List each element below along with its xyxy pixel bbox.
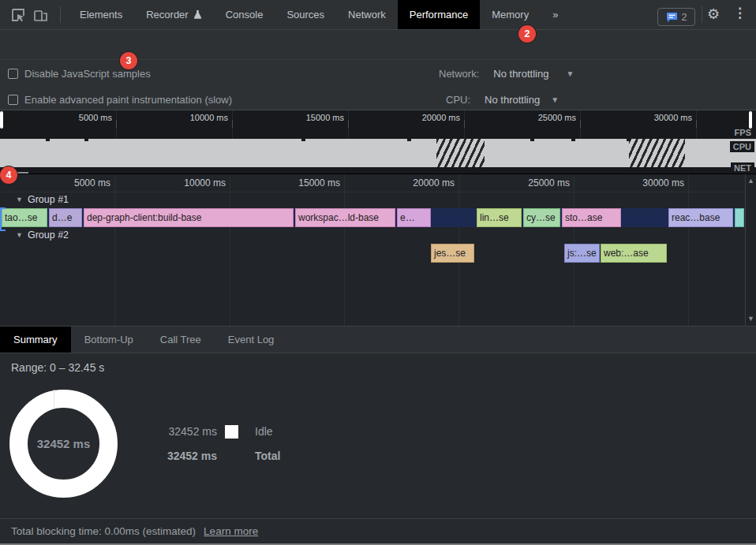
overview-tick-label: 30000 ms — [625, 113, 692, 124]
overview-tick-label: 20000 ms — [393, 113, 460, 124]
detail-tab-call-tree[interactable]: Call Tree — [147, 327, 215, 353]
selection-bracket — [0, 207, 2, 231]
overview-tick-label: 10000 ms — [161, 113, 228, 124]
cpu-throttling-select[interactable]: No throttling — [485, 94, 540, 106]
panel-tab-memory[interactable]: Memory — [480, 0, 541, 29]
network-throttling-row: Network: No throttling ▼ — [439, 67, 574, 80]
group-1-header[interactable]: ▼ Group #1 — [16, 194, 69, 205]
network-select-caret-icon[interactable]: ▼ — [566, 69, 574, 78]
step-badge-3: 3 — [120, 52, 137, 69]
overview-tick-mark — [464, 120, 465, 128]
kebab-menu-icon[interactable]: ⋮ — [733, 6, 747, 20]
network-label: Network: — [439, 68, 479, 80]
disclosure-triangle-icon: ▼ — [16, 231, 23, 239]
flame-bar-tao-se[interactable]: tao…se — [2, 208, 47, 227]
overview-tick-mark — [116, 120, 117, 128]
cpu-throttle-hatch — [436, 139, 485, 167]
flame-bar-js-se[interactable]: js:…se — [564, 244, 600, 263]
legend-label: Idle — [255, 425, 273, 438]
cpu-select-caret-icon[interactable]: ▼ — [551, 95, 559, 104]
cpu-activity-notch — [84, 139, 88, 141]
overview-left-handle[interactable] — [0, 111, 3, 129]
donut-total-time: 32452 ms — [9, 390, 118, 498]
detail-tab-event-log[interactable]: Event Log — [215, 327, 288, 353]
console-message-count: 2 — [682, 12, 687, 23]
flame-bar-sto-ase[interactable]: sto…ase — [562, 208, 621, 227]
detail-tabbar: SummaryBottom-UpCall TreeEvent Log — [0, 327, 756, 353]
panel-tabs: ElementsRecorderConsoleSourcesNetworkPer… — [68, 0, 570, 29]
disclosure-triangle-icon: ▼ — [16, 196, 23, 203]
track-tick-label: 10000 ms — [155, 177, 226, 189]
network-throttling-select[interactable]: No throttling — [493, 68, 548, 80]
summary-panel: Range: 0 – 32.45 s 32452 ms 32452 msIdle… — [0, 353, 756, 518]
flame-bar-cy-se[interactable]: cy…se — [523, 208, 560, 227]
track-gridline — [344, 174, 345, 326]
step-badge-2: 2 — [518, 25, 536, 43]
scroll-down-icon[interactable]: ▼ — [747, 315, 754, 323]
track-gridline — [688, 174, 689, 326]
track-scrollbar[interactable] — [745, 174, 756, 326]
cpu-activity-notch — [571, 139, 575, 141]
overview-tick-label: 25000 ms — [509, 113, 576, 124]
panel-tab-network[interactable]: Network — [336, 0, 398, 29]
panel-tab-recorder[interactable]: Recorder — [134, 0, 213, 29]
flame-bar-e[interactable]: e… — [397, 208, 431, 227]
flame-bar-segment[interactable] — [735, 208, 744, 227]
footer-bar: Total blocking time: 0.00ms (estimated) … — [0, 518, 756, 543]
track-tick-label: 30000 ms — [613, 177, 684, 189]
selection-bracket — [0, 230, 6, 231]
track-gridline — [114, 174, 115, 326]
group-2-header[interactable]: ▼ Group #2 — [16, 230, 69, 241]
panel-tab-console[interactable]: Console — [214, 0, 275, 29]
settings-gear-icon[interactable]: ⚙ — [707, 7, 720, 21]
cpu-activity-notch — [46, 139, 50, 141]
flame-bar-workspac-ld-base[interactable]: workspac…ld-base — [295, 208, 395, 227]
timeline-overview[interactable]: 5000 ms10000 ms15000 ms20000 ms25000 ms3… — [0, 110, 756, 174]
selection-bracket — [0, 207, 6, 209]
flame-bar-lin-se[interactable]: lin…se — [477, 208, 522, 227]
divider — [702, 6, 702, 23]
flame-bar-jes-se[interactable]: jes…se — [431, 244, 474, 263]
overview-tick-mark — [580, 120, 581, 128]
disable-js-samples-label: Disable JavaScript samples — [24, 68, 151, 80]
flame-chart[interactable]: 5000 ms10000 ms15000 ms20000 ms25000 ms3… — [0, 174, 756, 326]
flame-bar-reac-base[interactable]: reac…base — [668, 208, 733, 227]
overview-right-handle[interactable] — [749, 111, 752, 129]
detail-tab-summary[interactable]: Summary — [0, 327, 71, 353]
flame-bar-dep-graph-client-build-base[interactable]: dep-graph-client:build-base — [84, 208, 294, 227]
learn-more-link[interactable]: Learn more — [204, 525, 258, 537]
panel-tab-elements[interactable]: Elements — [68, 0, 134, 29]
inspect-element-icon[interactable] — [10, 7, 26, 23]
flame-bar-d-e[interactable]: d…e — [49, 208, 82, 227]
overview-tick-mark — [696, 120, 697, 128]
total-blocking-time-text: Total blocking time: 0.00ms (estimated) — [11, 525, 196, 537]
panel-tab-performance[interactable]: Performance — [398, 0, 480, 29]
overview-tick-mark — [232, 120, 233, 128]
checkbox-box — [8, 95, 18, 105]
overview-tick-label: 5000 ms — [45, 113, 112, 124]
divider — [0, 192, 756, 192]
devtools-tabbar: ElementsRecorderConsoleSourcesNetworkPer… — [0, 0, 756, 29]
device-toolbar-icon[interactable] — [33, 7, 49, 23]
group-1-label: Group #1 — [28, 194, 69, 205]
legend-time: 32452 ms — [150, 425, 217, 438]
more-tabs-button[interactable]: » — [541, 0, 570, 29]
legend-swatch-empty — [225, 450, 238, 463]
fps-lane-label: FPS — [732, 127, 754, 138]
track-tick-label: 20000 ms — [384, 177, 455, 189]
detail-tab-bottom-up[interactable]: Bottom-Up — [71, 327, 147, 353]
legend-time: 32452 ms — [150, 450, 217, 462]
console-messages-chip[interactable]: 2 — [657, 8, 695, 26]
cpu-activity-notch — [301, 139, 305, 141]
overview-tick-label: 15000 ms — [277, 113, 344, 124]
cpu-activity-notch — [407, 139, 411, 141]
flame-bar-web-ase[interactable]: web:…ase — [601, 244, 667, 263]
step-badge-4: 4 — [0, 166, 17, 184]
advanced-paint-checkbox[interactable]: Enable advanced paint instrumentation (s… — [8, 93, 232, 106]
scroll-up-icon[interactable]: ▲ — [747, 177, 754, 185]
performance-toolbar: ↻ ⊘ #4 ▼ ScreenshotsMemoryWeb Vitals ⚙ — [0, 30, 756, 59]
panel-tab-sources[interactable]: Sources — [275, 0, 336, 29]
range-text: Range: 0 – 32.45 s — [11, 361, 104, 374]
net-lane-label: NET — [731, 162, 754, 174]
cpu-activity-notch — [530, 139, 534, 141]
